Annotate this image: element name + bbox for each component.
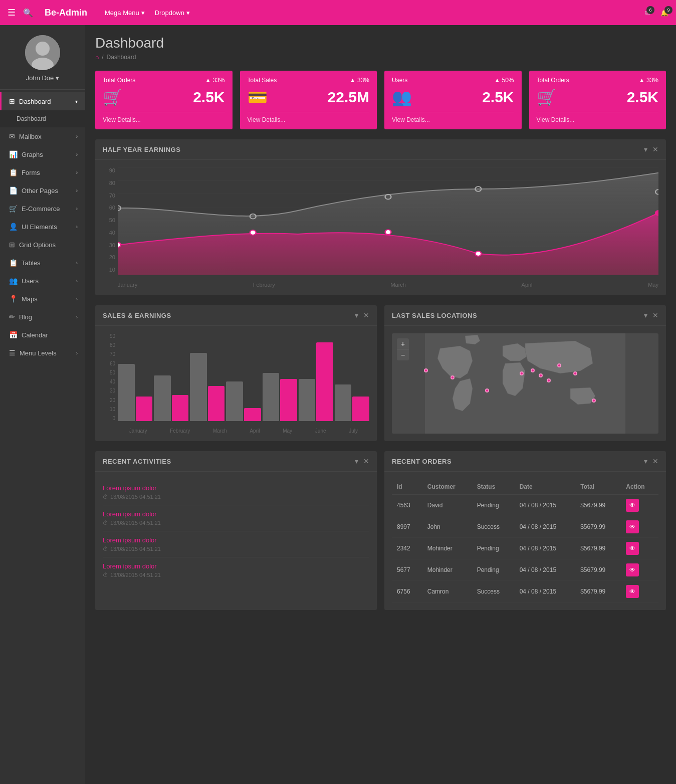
map-panel-body: + − bbox=[384, 326, 666, 441]
orders-column-header: Status bbox=[472, 479, 515, 495]
bell-icon-wrap[interactable]: 🔔 9 bbox=[660, 9, 668, 17]
activity-title[interactable]: Lorem ipsum dolor bbox=[103, 510, 369, 518]
activities-panel-controls: ▾ ✕ bbox=[355, 457, 369, 465]
orders-column-header: Date bbox=[515, 479, 576, 495]
svg-point-17 bbox=[118, 243, 121, 248]
stat-card-footer[interactable]: View Details... bbox=[103, 112, 225, 123]
activity-title[interactable]: Lorem ipsum dolor bbox=[103, 484, 369, 492]
sidebar-item-ui-elements[interactable]: 👤 UI Elements › bbox=[0, 218, 85, 236]
sidebar-item-users[interactable]: 👥 Users › bbox=[0, 272, 85, 290]
username-label[interactable]: John Doe ▾ bbox=[26, 74, 60, 82]
megamenu-link[interactable]: Mega Menu ▾ bbox=[105, 9, 145, 17]
map-panel: LAST SALES LOCATIONS ▾ ✕ bbox=[384, 305, 666, 441]
stat-value: 22.5M bbox=[328, 89, 369, 106]
earnings-close-icon[interactable]: ✕ bbox=[652, 145, 658, 153]
mail-icon-wrap[interactable]: ✉ 6 bbox=[645, 9, 650, 17]
sidebar-item-forms[interactable]: 📋 Forms › bbox=[0, 163, 85, 181]
sidebar-item-blog[interactable]: ✏ Blog › bbox=[0, 308, 85, 326]
activity-title[interactable]: Lorem ipsum dolor bbox=[103, 536, 369, 544]
sales-bar-chart: 90 80 70 60 50 40 30 20 10 0 bbox=[103, 333, 369, 434]
bar-group bbox=[118, 364, 152, 421]
stat-change: ▲ 33% bbox=[639, 77, 658, 84]
stat-card-1: Total Sales ▲ 33% 💳 22.5M View Details..… bbox=[240, 71, 377, 129]
bar-pink bbox=[136, 397, 153, 421]
order-customer: Mohinder bbox=[422, 559, 472, 581]
order-id: 5677 bbox=[392, 559, 422, 581]
sales-close-icon[interactable]: ✕ bbox=[363, 311, 369, 319]
stat-card-footer[interactable]: View Details... bbox=[392, 112, 514, 123]
zoom-in-button[interactable]: + bbox=[397, 338, 409, 349]
sidebar-item-other-pages[interactable]: 📄 Other Pages › bbox=[0, 181, 85, 200]
view-order-button[interactable]: 👁 bbox=[626, 499, 639, 512]
main-content: Dashboard ⌂ / Dashboard Total Orders ▲ 3… bbox=[85, 25, 676, 784]
table-row: 6756 Camron Success 04 / 08 / 2015 $5679… bbox=[392, 581, 658, 603]
view-order-button[interactable]: 👁 bbox=[626, 585, 639, 598]
forms-icon: 📋 bbox=[9, 168, 18, 176]
earnings-panel-controls: ▾ ✕ bbox=[644, 145, 658, 153]
topnav-left: ☰ 🔍 Be-Admin Mega Menu ▾ Dropdown ▾ bbox=[8, 7, 190, 18]
stat-card-body: 👥 2.5K bbox=[392, 88, 514, 107]
view-order-button[interactable]: 👁 bbox=[626, 542, 639, 555]
sidebar-item-ecommerce[interactable]: 🛒 E-Commerce › bbox=[0, 200, 85, 218]
orders-column-header: Action bbox=[621, 479, 658, 495]
sidebar-item-graphs[interactable]: 📊 Graphs › bbox=[0, 145, 85, 163]
bar-pink bbox=[316, 342, 333, 422]
order-status: Success bbox=[472, 516, 515, 538]
orders-table: IdCustomerStatusDateTotalAction 4563 Dav… bbox=[392, 479, 658, 603]
stat-change: ▲ 50% bbox=[494, 77, 514, 84]
bar-group bbox=[154, 375, 188, 421]
sidebar-item-menu-levels[interactable]: ☰ Menu Levels › bbox=[0, 344, 85, 362]
earnings-panel-header: HALF YEAR EARNINGS ▾ ✕ bbox=[95, 139, 666, 160]
stat-card-footer[interactable]: View Details... bbox=[248, 112, 370, 123]
world-map: + − bbox=[392, 333, 658, 434]
users-chevron-icon: › bbox=[76, 278, 78, 284]
zoom-out-button[interactable]: − bbox=[397, 349, 409, 360]
map-close-icon[interactable]: ✕ bbox=[652, 311, 658, 319]
bar-grey bbox=[118, 364, 135, 421]
activities-close-icon[interactable]: ✕ bbox=[363, 457, 369, 465]
sidebar-item-grid-options[interactable]: ⊞ Grid Options bbox=[0, 236, 85, 254]
map-collapse-icon[interactable]: ▾ bbox=[644, 311, 647, 319]
bar-group bbox=[263, 373, 297, 421]
orders-close-icon[interactable]: ✕ bbox=[652, 457, 658, 465]
order-action: 👁 bbox=[621, 516, 658, 538]
activities-collapse-icon[interactable]: ▾ bbox=[355, 457, 358, 465]
map-panel-header: LAST SALES LOCATIONS ▾ ✕ bbox=[384, 305, 666, 326]
stat-card-footer[interactable]: View Details... bbox=[537, 112, 659, 123]
stat-cards: Total Orders ▲ 33% 🛒 2.5K View Details..… bbox=[95, 71, 666, 129]
map-dot bbox=[592, 399, 596, 403]
sales-panel-header: SALES & EARNINGS ▾ ✕ bbox=[95, 305, 377, 326]
order-date: 04 / 08 / 2015 bbox=[515, 559, 576, 581]
stat-icon: 👥 bbox=[392, 88, 412, 107]
table-row: 5677 Mohinder Pending 04 / 08 / 2015 $56… bbox=[392, 559, 658, 581]
stat-card-body: 💳 22.5M bbox=[248, 88, 370, 107]
sidebar-item-maps[interactable]: 📍 Maps › bbox=[0, 290, 85, 308]
sidebar-item-calendar[interactable]: 📅 Calendar bbox=[0, 326, 85, 344]
activity-title[interactable]: Lorem ipsum dolor bbox=[103, 562, 369, 570]
dropdown-link[interactable]: Dropdown ▾ bbox=[155, 9, 190, 17]
ecommerce-icon: 🛒 bbox=[9, 205, 18, 213]
order-status: Pending bbox=[472, 538, 515, 559]
sidebar-item-dashboard[interactable]: ⊞ Dashboard ▾ bbox=[0, 92, 85, 110]
view-order-button[interactable]: 👁 bbox=[626, 563, 639, 576]
table-row: 2342 Mohinder Pending 04 / 08 / 2015 $56… bbox=[392, 538, 658, 559]
sidebar-subitem-dashboard[interactable]: Dashboard bbox=[0, 110, 85, 127]
svg-point-21 bbox=[655, 211, 658, 216]
orders-collapse-icon[interactable]: ▾ bbox=[644, 457, 647, 465]
svg-point-1 bbox=[36, 42, 50, 56]
search-icon[interactable]: 🔍 bbox=[23, 8, 33, 18]
earnings-collapse-icon[interactable]: ▾ bbox=[644, 145, 647, 153]
order-total: $5679.99 bbox=[575, 495, 621, 516]
activity-item: Lorem ipsum dolor ⏱ 13/08/2015 04:51:21 bbox=[103, 479, 369, 505]
order-total: $5679.99 bbox=[575, 559, 621, 581]
map-dot bbox=[531, 368, 535, 372]
sidebar-item-mailbox[interactable]: ✉ Mailbox › bbox=[0, 127, 85, 145]
hamburger-icon[interactable]: ☰ bbox=[8, 7, 16, 18]
sidebar-nav: ⊞ Dashboard ▾ Dashboard ✉ Mailbox › 📊 Gr… bbox=[0, 92, 85, 362]
view-order-button[interactable]: 👁 bbox=[626, 520, 639, 533]
sidebar-item-tables[interactable]: 📋 Tables › bbox=[0, 254, 85, 272]
earnings-chart: 90 80 70 60 50 40 30 20 10 bbox=[103, 167, 658, 288]
breadcrumb-home-icon: ⌂ bbox=[95, 54, 99, 61]
stat-card-0: Total Orders ▲ 33% 🛒 2.5K View Details..… bbox=[95, 71, 233, 129]
sales-collapse-icon[interactable]: ▾ bbox=[355, 311, 358, 319]
